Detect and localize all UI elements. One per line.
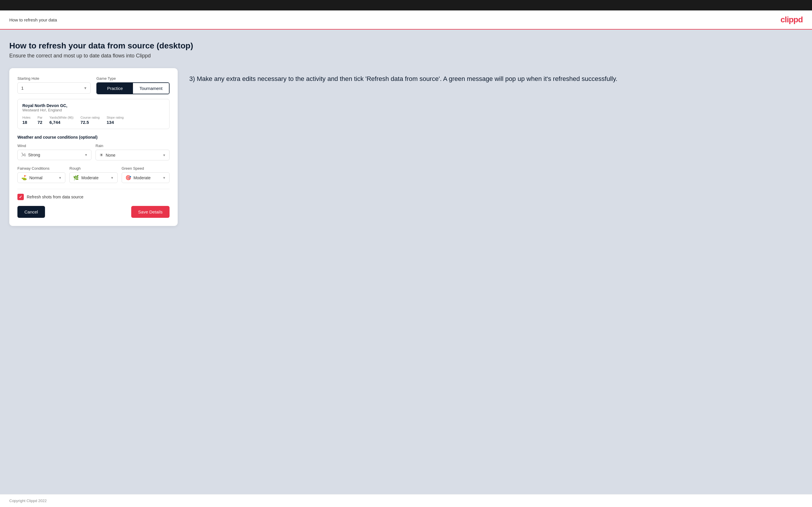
starting-hole-wrapper: 1 ▼: [17, 82, 91, 94]
green-speed-arrow-icon: ▼: [163, 176, 166, 179]
par-stat: Par 72: [38, 116, 42, 125]
button-row: Cancel Save Details: [17, 206, 169, 218]
conditions-row-2: Fairway Conditions ⛳ Normal ▼ Rough 🌿 Mo…: [17, 166, 169, 183]
game-type-label: Game Type: [96, 76, 169, 80]
par-label: Par: [38, 116, 42, 119]
fairway-select[interactable]: ⛳ Normal ▼: [17, 172, 65, 183]
fairway-value: Normal: [29, 175, 58, 180]
slope-stat: Slope rating 134: [107, 116, 124, 125]
green-speed-value: Moderate: [134, 175, 163, 180]
holes-stat: Holes 18: [22, 116, 31, 125]
yards-label: Yards(White (M)): [49, 116, 73, 119]
slope-label: Slope rating: [107, 116, 124, 119]
rough-select[interactable]: 🌿 Moderate ▼: [69, 172, 117, 183]
rain-select[interactable]: ☀ None ▼: [96, 150, 169, 160]
conditions-row-1: Wind 🌬 Strong ▼ Rain ☀ None ▼: [17, 144, 169, 160]
copyright-text: Copyright Clippd 2022: [9, 499, 47, 503]
slope-value: 134: [107, 120, 124, 125]
wind-select[interactable]: 🌬 Strong ▼: [17, 150, 92, 160]
yards-value: 6,744: [49, 120, 73, 125]
practice-button[interactable]: Practice: [97, 83, 133, 94]
rain-value: None: [106, 153, 163, 158]
rain-arrow-icon: ▼: [163, 154, 166, 157]
par-value: 72: [38, 120, 42, 125]
header: How to refresh your data clippd: [0, 10, 812, 30]
wind-section: Wind 🌬 Strong ▼: [17, 144, 92, 160]
wind-icon: 🌬: [21, 152, 26, 158]
course-rating-stat: Course rating 72.5: [81, 116, 100, 125]
fairway-section: Fairway Conditions ⛳ Normal ▼: [17, 166, 65, 183]
fairway-label: Fairway Conditions: [17, 166, 65, 171]
rough-section: Rough 🌿 Moderate ▼: [69, 166, 117, 183]
starting-hole-section: Starting Hole 1 ▼: [17, 76, 91, 94]
refresh-checkbox[interactable]: ✓: [17, 194, 24, 200]
content-area: Starting Hole 1 ▼ Game Type Practice Tou…: [9, 68, 803, 226]
tournament-button[interactable]: Tournament: [133, 83, 169, 94]
refresh-checkbox-row: ✓ Refresh shots from data source: [17, 194, 169, 200]
page-subheading: Ensure the correct and most up to date d…: [9, 53, 803, 59]
course-name: Royal North Devon GC,: [22, 103, 165, 108]
logo: clippd: [781, 15, 803, 24]
course-stats: Holes 18 Par 72 Yards(White (M)) 6,744 C…: [22, 116, 165, 125]
cancel-button[interactable]: Cancel: [17, 206, 45, 218]
footer: Copyright Clippd 2022: [0, 494, 812, 507]
holes-value: 18: [22, 120, 31, 125]
course-rating-value: 72.5: [81, 120, 100, 125]
yards-stat: Yards(White (M)) 6,744: [49, 116, 73, 125]
top-form-row: Starting Hole 1 ▼ Game Type Practice Tou…: [17, 76, 169, 94]
fairway-arrow-icon: ▼: [58, 176, 61, 179]
form-card: Starting Hole 1 ▼ Game Type Practice Tou…: [9, 68, 178, 226]
page-heading: How to refresh your data from source (de…: [9, 41, 803, 51]
course-rating-label: Course rating: [81, 116, 100, 119]
top-bar: [0, 0, 812, 10]
wind-label: Wind: [17, 144, 92, 148]
wind-value: Strong: [28, 153, 85, 157]
rough-icon: 🌿: [73, 175, 79, 180]
save-button[interactable]: Save Details: [131, 206, 169, 218]
refresh-checkbox-label: Refresh shots from data source: [27, 194, 83, 199]
description-panel: 3) Make any extra edits necessary to the…: [189, 68, 803, 83]
conditions-heading: Weather and course conditions (optional): [17, 135, 169, 139]
holes-label: Holes: [22, 116, 31, 119]
green-speed-section: Green Speed 🎯 Moderate ▼: [122, 166, 169, 183]
game-type-section: Game Type Practice Tournament: [96, 76, 169, 94]
green-speed-icon: 🎯: [125, 175, 131, 180]
green-speed-select[interactable]: 🎯 Moderate ▼: [122, 172, 169, 183]
rain-section: Rain ☀ None ▼: [96, 144, 169, 160]
course-info-box: Royal North Devon GC, Westward Ho!, Engl…: [17, 99, 169, 129]
divider: [17, 189, 169, 189]
main-content: How to refresh your data from source (de…: [0, 30, 812, 494]
rough-arrow-icon: ▼: [111, 176, 114, 179]
game-type-toggle: Practice Tournament: [96, 82, 169, 94]
rough-label: Rough: [69, 166, 117, 171]
rain-label: Rain: [96, 144, 169, 148]
description-text: 3) Make any extra edits necessary to the…: [189, 74, 803, 83]
green-speed-label: Green Speed: [122, 166, 169, 171]
header-title: How to refresh your data: [9, 17, 57, 22]
rough-value: Moderate: [81, 175, 110, 180]
fairway-icon: ⛳: [21, 175, 27, 180]
rain-icon: ☀: [99, 152, 103, 158]
checkmark-icon: ✓: [19, 194, 22, 199]
wind-arrow-icon: ▼: [85, 153, 88, 157]
starting-hole-select[interactable]: 1: [17, 82, 91, 94]
course-location: Westward Ho!, England: [22, 108, 165, 112]
starting-hole-label: Starting Hole: [17, 76, 91, 80]
